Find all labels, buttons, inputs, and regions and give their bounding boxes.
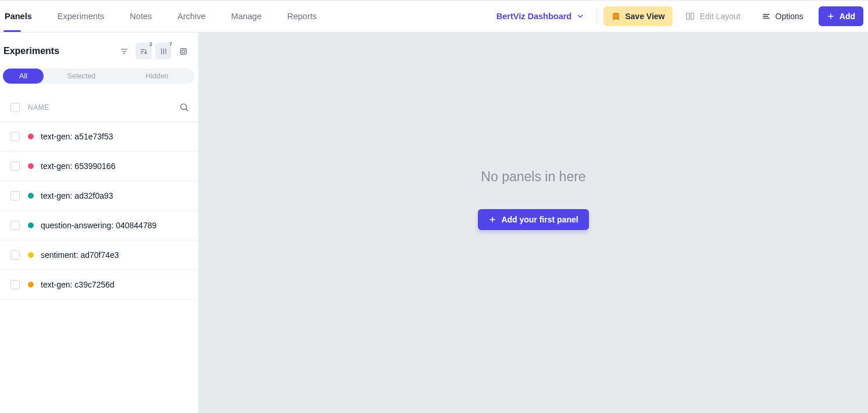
experiment-checkbox[interactable] xyxy=(10,280,20,289)
separator xyxy=(596,9,596,24)
menu-icon xyxy=(762,12,771,21)
columns-badge: 7 xyxy=(169,41,172,47)
save-view-label: Save View xyxy=(625,12,665,21)
experiment-name: text-gen: 653990166 xyxy=(41,161,115,171)
columns-icon xyxy=(159,47,168,56)
options-button[interactable]: Options xyxy=(753,6,812,26)
plus-icon xyxy=(488,216,496,224)
svg-rect-16 xyxy=(180,48,186,54)
search-button[interactable] xyxy=(179,102,189,112)
sidebar-header: Experiments 2 7 xyxy=(0,33,198,65)
bookmark-icon xyxy=(612,12,620,21)
plus-icon xyxy=(827,12,835,20)
layout: Experiments 2 7 All Selecte xyxy=(0,33,868,413)
sidebar: Experiments 2 7 All Selecte xyxy=(0,33,199,413)
sort-button[interactable]: 2 xyxy=(135,43,152,59)
experiment-name: sentiment: ad70f74e3 xyxy=(41,250,119,260)
layout-icon xyxy=(685,12,695,21)
experiments-header-row: NAME xyxy=(0,84,198,122)
experiment-name: text-gen: c39c7256d xyxy=(41,280,115,289)
pill-selected[interactable]: Selected xyxy=(44,69,119,84)
experiment-row[interactable]: text-gen: 653990166 xyxy=(0,152,198,181)
experiment-name: text-gen: ad32f0a93 xyxy=(41,191,113,200)
add-first-panel-button[interactable]: Add your first panel xyxy=(478,209,588,230)
experiment-color-dot xyxy=(28,163,34,169)
search-icon xyxy=(179,102,189,112)
tab-experiments[interactable]: Experiments xyxy=(56,1,106,31)
save-view-button[interactable]: Save View xyxy=(603,6,673,26)
experiment-row[interactable]: text-gen: ad32f0a93 xyxy=(0,181,198,211)
empty-state-title: No panels in here xyxy=(481,169,585,185)
columns-button[interactable]: 7 xyxy=(155,43,172,59)
filter-icon xyxy=(120,47,128,56)
tab-manage[interactable]: Manage xyxy=(230,1,263,31)
add-first-panel-label: Add your first panel xyxy=(501,215,578,224)
experiments-list: text-gen: a51e73f53text-gen: 653990166te… xyxy=(0,122,198,300)
sort-icon xyxy=(140,47,148,56)
experiment-color-dot xyxy=(28,282,34,288)
edit-layout-label: Edit Layout xyxy=(699,12,740,21)
experiment-row[interactable]: question-answering: 040844789 xyxy=(0,211,198,240)
svg-rect-1 xyxy=(691,13,694,20)
tab-notes[interactable]: Notes xyxy=(128,1,153,31)
tab-reports[interactable]: Reports xyxy=(286,1,318,31)
nav-tabs: Panels Experiments Notes Archive Manage … xyxy=(2,1,318,31)
experiment-checkbox[interactable] xyxy=(10,221,20,230)
experiment-checkbox[interactable] xyxy=(10,161,20,171)
options-label: Options xyxy=(776,12,803,21)
experiment-checkbox[interactable] xyxy=(10,132,20,141)
svg-line-19 xyxy=(186,109,188,111)
experiment-row[interactable]: text-gen: a51e73f53 xyxy=(0,122,198,152)
filter-pills: All Selected Hidden xyxy=(3,69,195,84)
filter-button[interactable] xyxy=(116,43,132,59)
pill-hidden[interactable]: Hidden xyxy=(119,69,195,84)
experiment-name: question-answering: 040844789 xyxy=(41,221,156,230)
experiment-row[interactable]: sentiment: ad70f74e3 xyxy=(0,240,198,270)
chevron-down-icon xyxy=(576,12,584,20)
tab-panels[interactable]: Panels xyxy=(3,1,33,31)
edit-layout-button[interactable]: Edit Layout xyxy=(677,6,748,26)
add-button[interactable]: Add xyxy=(819,6,863,26)
select-all-checkbox[interactable] xyxy=(10,103,20,112)
group-icon xyxy=(179,47,188,56)
pill-all[interactable]: All xyxy=(3,69,44,84)
svg-rect-17 xyxy=(182,50,185,53)
group-button[interactable] xyxy=(175,43,191,59)
panels-area: No panels in here Add your first panel xyxy=(199,33,868,413)
experiment-color-dot xyxy=(28,222,34,228)
sidebar-title: Experiments xyxy=(3,46,59,56)
experiment-row[interactable]: text-gen: c39c7256d xyxy=(0,270,198,300)
tab-archive[interactable]: Archive xyxy=(176,1,206,31)
experiment-color-dot xyxy=(28,134,34,139)
sidebar-toolbar: 2 7 xyxy=(116,43,191,59)
add-label: Add xyxy=(840,12,855,21)
experiment-color-dot xyxy=(28,193,34,199)
name-column-header: NAME xyxy=(28,103,49,112)
experiment-color-dot xyxy=(28,252,34,258)
experiment-checkbox[interactable] xyxy=(10,191,20,200)
experiment-checkbox[interactable] xyxy=(10,250,20,260)
svg-rect-0 xyxy=(687,13,690,20)
sort-badge: 2 xyxy=(149,41,152,47)
dashboard-switcher[interactable]: BertViz Dashboard xyxy=(496,12,596,21)
experiment-name: text-gen: a51e73f53 xyxy=(41,132,113,141)
dashboard-name: BertViz Dashboard xyxy=(496,12,571,21)
top-nav: Panels Experiments Notes Archive Manage … xyxy=(0,0,868,33)
